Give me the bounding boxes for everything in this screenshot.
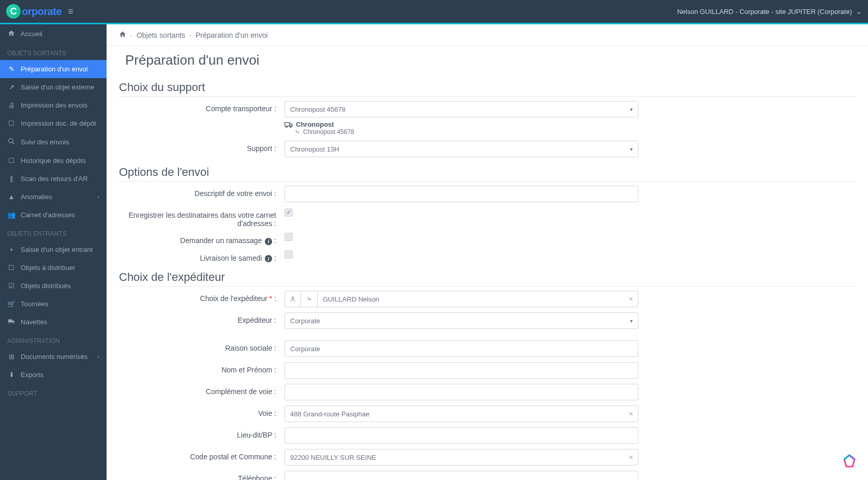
clear-icon[interactable]: ×: [629, 453, 633, 461]
input-complement-voie[interactable]: [285, 384, 638, 400]
breadcrumb: · Objets sortants · Préparation d'un env…: [107, 24, 868, 46]
carrier-name-row: Chronopost: [285, 121, 638, 128]
print-icon: 🖨: [7, 101, 16, 109]
chevron-down-icon: ⌄: [856, 8, 862, 16]
sidebar-item-objets-distribuer[interactable]: ☐ Objets à distribuer: [0, 259, 107, 277]
sidebar-item-accueil[interactable]: Accueil: [0, 24, 107, 43]
label-livraison-samedi: Livraison le samedi i :: [119, 250, 285, 263]
sidebar-item-label: Objets distribués: [21, 282, 71, 290]
select-value: Corporate: [290, 317, 320, 325]
svg-point-0: [9, 139, 13, 143]
home-icon: [7, 29, 16, 38]
checkbox-demander-ramassage[interactable]: [285, 233, 293, 241]
hamburger-icon[interactable]: ≡: [68, 6, 73, 17]
breadcrumb-current: Préparation d'un envoi: [196, 31, 268, 39]
sidebar-item-label: Impression des envois: [21, 101, 87, 109]
header-left: C orporate ≡: [6, 4, 73, 19]
label-complement-voie: Complément de voie :: [119, 384, 285, 396]
sidebar-item-label: Navettes: [21, 318, 47, 326]
select-compte-transporteur[interactable]: Chronopost 45678 ▾: [285, 101, 638, 117]
input-descriptif[interactable]: [285, 186, 638, 202]
user-menu[interactable]: Nelson GUILLARD - Corporate - site JUPIT…: [677, 8, 862, 16]
input-code-postal[interactable]: [285, 449, 638, 466]
svg-point-3: [12, 322, 13, 323]
svg-point-5: [286, 126, 288, 127]
qr-icon: ⊞: [7, 353, 16, 361]
svg-point-2: [9, 322, 10, 323]
sidebar-item-preparation[interactable]: ✎ Préparation d'un envoi: [0, 60, 107, 78]
sidebar-item-exports[interactable]: ⬇ Exports: [0, 366, 107, 384]
section-title-support: Choix du support: [119, 81, 856, 97]
label-telephone: Téléphone :: [119, 471, 285, 480]
plus-icon: +: [7, 246, 16, 253]
branch-icon: ⤷: [307, 295, 312, 303]
logo-icon: C: [6, 4, 21, 19]
calendar-icon: ☐: [7, 157, 16, 164]
sidebar-item-carnet[interactable]: 👥 Carnet d'adresses: [0, 206, 107, 224]
input-raison-sociale[interactable]: [285, 340, 638, 357]
clear-icon[interactable]: ×: [629, 410, 633, 418]
chevron-down-icon: ▾: [630, 107, 633, 112]
label-support: Support :: [119, 141, 285, 153]
input-nom-prenom[interactable]: [285, 362, 638, 379]
sidebar-heading-admin: ADMINISTRATION: [0, 331, 107, 348]
sidebar-item-suivi[interactable]: Suivi des envois: [0, 132, 107, 152]
sidebar-item-objets-distribues[interactable]: ☑ Objets distribués: [0, 277, 107, 295]
sidebar-item-scan-retours[interactable]: ∥ Scan des retours d'AR: [0, 170, 107, 188]
sidebar-item-historique[interactable]: ☐ Historique des dépôts: [0, 152, 107, 170]
sidebar-item-saisie-entrant[interactable]: + Saisie d'un objet entrant: [0, 241, 107, 259]
input-choix-expediteur[interactable]: [318, 291, 638, 307]
app-logo[interactable]: C orporate: [6, 4, 62, 19]
users-icon: 👥: [7, 211, 16, 219]
label-raison-sociale: Raison sociale :: [119, 340, 285, 352]
carrier-account-row: ⤷ Chronopost 45678: [285, 128, 638, 136]
help-float-button[interactable]: [841, 453, 858, 470]
sidebar-item-label: Objets à distribuer: [21, 264, 76, 272]
sidebar-item-navettes[interactable]: Navettes: [0, 313, 107, 331]
carrier-name: Chronopost: [296, 121, 334, 128]
search-icon: [7, 138, 16, 146]
breadcrumb-home[interactable]: [119, 31, 126, 39]
logo-text: orporate: [22, 6, 62, 18]
info-icon[interactable]: i: [265, 238, 272, 245]
section-title-expediteur: Choix de l'expéditeur: [119, 271, 856, 287]
checkbox-enregistrer-dest[interactable]: [285, 208, 293, 217]
select-expediteur[interactable]: Corporate ▾: [285, 312, 638, 329]
document-icon: ☐: [7, 119, 16, 127]
breadcrumb-separator: ·: [189, 31, 191, 39]
sidebar-heading-sortants: OBJETS SORTANTS: [0, 43, 107, 60]
breadcrumb-item[interactable]: Objets sortants: [137, 31, 185, 39]
clear-icon[interactable]: ×: [629, 295, 633, 303]
label-enregistrer-dest: Enregistrer les destinataires dans votre…: [119, 207, 285, 228]
org-button[interactable]: ⤷: [301, 291, 318, 307]
input-telephone[interactable]: [285, 471, 638, 480]
sidebar-item-saisie-externe[interactable]: ↗ Saisie d'un objet externe: [0, 78, 107, 96]
person-button[interactable]: [285, 291, 301, 307]
sidebar-item-impression-envois[interactable]: 🖨 Impression des envois: [0, 96, 107, 114]
checkbox-livraison-samedi[interactable]: [285, 250, 293, 259]
input-lieu-dit[interactable]: [285, 427, 638, 444]
select-support[interactable]: Chronopost 13H ▾: [285, 141, 638, 157]
sidebar: Accueil OBJETS SORTANTS ✎ Préparation d'…: [0, 24, 107, 480]
sidebar-item-label: Accueil: [21, 30, 42, 38]
label-expediteur: Expéditeur :: [119, 312, 285, 324]
sidebar-item-label: Saisie d'un objet entrant: [21, 246, 93, 253]
label-voie: Voie :: [119, 406, 285, 417]
sidebar-heading-entrants: OBJETS ENTRANTS: [0, 224, 107, 241]
sidebar-item-label: Carnet d'adresses: [21, 211, 75, 219]
external-icon: ↗: [7, 83, 16, 91]
sidebar-item-documents[interactable]: ⊞ Documents numérisés ‹: [0, 348, 107, 366]
breadcrumb-separator: ·: [130, 31, 132, 39]
sidebar-item-label: Historique des dépôts: [21, 157, 86, 164]
chevron-down-icon: ▾: [630, 146, 633, 152]
svg-rect-4: [285, 123, 290, 126]
download-icon: ⬇: [7, 371, 16, 379]
barcode-icon: ∥: [7, 175, 16, 183]
main-content: · Objets sortants · Préparation d'un env…: [107, 24, 868, 480]
sidebar-item-impression-depot[interactable]: ☐ Impression doc. de dépôt: [0, 114, 107, 132]
input-voie[interactable]: [285, 406, 638, 422]
info-icon[interactable]: i: [265, 255, 272, 262]
sidebar-item-tournees[interactable]: 🛒 Tournées: [0, 295, 107, 313]
sidebar-item-anomalies[interactable]: ▲ Anomalies ‹: [0, 188, 107, 206]
branch-icon: ⤷: [295, 128, 300, 136]
